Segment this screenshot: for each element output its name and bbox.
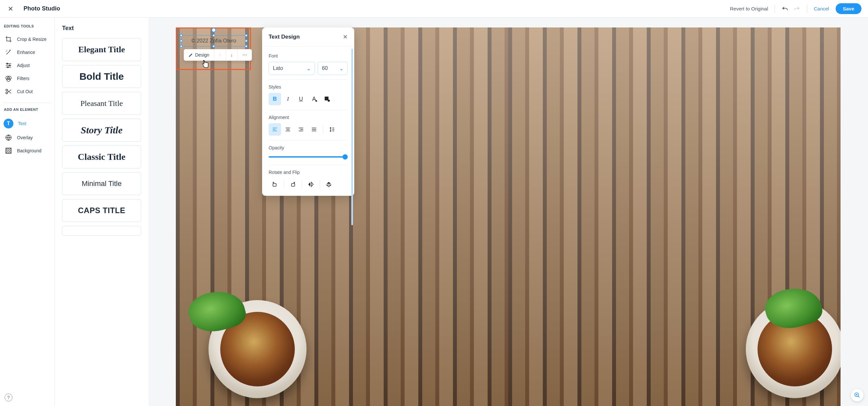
panel-close-icon[interactable]: ✕	[343, 33, 348, 40]
sidebar-item-label: Cut Out	[17, 89, 33, 94]
align-left-button[interactable]	[269, 123, 281, 136]
panel-body: Font Lato ⌄ 60 ⌄ Styles B I U	[262, 47, 354, 192]
scissors-icon	[5, 88, 12, 95]
canvas[interactable]: © 2022 Zofía Otero Design ↑ ↓ ⋯ Tex	[148, 18, 868, 406]
divider	[269, 165, 348, 165]
align-center-button[interactable]	[282, 123, 294, 136]
flip-vertical-button[interactable]	[322, 178, 335, 191]
slider-fill	[269, 156, 348, 158]
align-justify-button[interactable]	[308, 123, 320, 136]
resize-handle[interactable]	[180, 39, 183, 42]
sliders-icon	[5, 61, 12, 69]
svg-point-7	[6, 92, 8, 94]
resize-handle[interactable]	[245, 45, 248, 48]
italic-button[interactable]: I	[282, 93, 294, 105]
panel-title: Text Design	[269, 34, 300, 40]
resize-handle[interactable]	[212, 45, 215, 48]
top-bar: ✕ Photo Studio Revert to Original Cancel…	[0, 0, 868, 18]
resize-handle[interactable]	[212, 34, 215, 37]
resize-handle[interactable]	[180, 45, 183, 48]
separator	[323, 125, 323, 134]
font-row: Lato ⌄ 60 ⌄	[269, 62, 348, 75]
topbar-right: Revert to Original Cancel Save	[730, 3, 862, 14]
column-heading: Text	[62, 25, 141, 32]
resize-handle[interactable]	[180, 34, 183, 37]
sidebar-item-text[interactable]: T Text	[3, 116, 51, 131]
resize-handle[interactable]	[245, 34, 248, 37]
send-backward-button[interactable]: ↓	[226, 50, 238, 60]
rotate-flip-label: Rotate and Flip	[269, 170, 348, 175]
sidebar-item-label: Crop & Resize	[17, 37, 46, 42]
sidebar-item-label: Text	[18, 121, 27, 126]
line-spacing-icon	[329, 126, 335, 132]
zoom-in-icon	[854, 392, 861, 399]
separator	[775, 5, 775, 13]
text-color-button[interactable]	[308, 93, 320, 105]
preset-bold-title[interactable]: Bold Title	[62, 65, 141, 88]
rotate-handle[interactable]	[212, 28, 216, 32]
undo-icon[interactable]	[781, 5, 788, 12]
panel-header: Text Design ✕	[262, 27, 354, 47]
preset-pleasant-title[interactable]: Pleasant Title	[62, 92, 141, 115]
panel-scrollbar[interactable]	[351, 49, 353, 225]
separator	[302, 180, 302, 189]
alignment-row	[269, 123, 348, 136]
revert-button[interactable]: Revert to Original	[730, 6, 768, 11]
save-button[interactable]: Save	[836, 3, 862, 14]
svg-rect-13	[273, 184, 276, 186]
app-title: Photo Studio	[24, 5, 60, 12]
rotate-ccw-button[interactable]	[269, 178, 281, 191]
sidebar-item-crop[interactable]: Crop & Resize	[3, 33, 51, 46]
underline-button[interactable]: U	[295, 93, 307, 105]
sidebar-item-label: Adjust	[17, 63, 30, 68]
align-left-icon	[272, 126, 278, 132]
cancel-button[interactable]: Cancel	[814, 6, 829, 11]
separator	[320, 180, 320, 189]
crop-icon	[5, 35, 12, 43]
sidebar-item-background[interactable]: Background	[3, 144, 51, 157]
separator	[807, 5, 807, 13]
preset-caps-title[interactable]: CAPS TITLE	[62, 199, 141, 222]
sidebar-item-filters[interactable]: Filters	[3, 72, 51, 85]
sidebar-item-adjust[interactable]: Adjust	[3, 59, 51, 72]
photo-right	[508, 27, 841, 406]
text-icon: T	[4, 119, 13, 128]
line-spacing-button[interactable]	[326, 123, 338, 136]
font-label: Font	[269, 53, 348, 59]
resize-handle[interactable]	[245, 39, 248, 42]
font-family-select[interactable]: Lato ⌄	[269, 62, 315, 75]
preset-minimal-title[interactable]: Minimal Title	[62, 172, 141, 195]
opacity-label: Opacity	[269, 145, 348, 150]
sidebar-item-enhance[interactable]: Enhance	[3, 46, 51, 59]
preset-partial[interactable]	[62, 226, 141, 236]
redo-icon[interactable]	[793, 5, 800, 12]
bold-button[interactable]: B	[269, 93, 281, 105]
sidebar-item-cutout[interactable]: Cut Out	[3, 85, 51, 98]
opacity-slider[interactable]	[269, 154, 348, 160]
flip-horizontal-button[interactable]	[305, 178, 317, 191]
chevron-down-icon: ⌄	[307, 65, 311, 71]
slider-thumb[interactable]	[342, 154, 348, 159]
section-header-add: ADD AN ELEMENT	[4, 107, 51, 112]
help-icon[interactable]: ?	[5, 394, 12, 401]
preset-elegant-title[interactable]: Elegant Title	[62, 38, 141, 61]
zoom-in-button[interactable]	[851, 389, 863, 401]
preset-classic-title[interactable]: Classic Title	[62, 146, 141, 168]
bring-forward-button[interactable]: ↑	[214, 50, 226, 60]
sidebar-item-label: Overlay	[17, 135, 33, 140]
highlight-button[interactable]	[321, 93, 333, 105]
sidebar-item-label: Enhance	[17, 50, 35, 55]
chevron-down-icon: ⌄	[339, 65, 343, 71]
design-button[interactable]: Design	[184, 50, 214, 60]
font-size-select[interactable]: 60 ⌄	[318, 62, 348, 75]
preset-story-title[interactable]: Story Title	[62, 119, 141, 142]
close-icon[interactable]: ✕	[6, 5, 14, 13]
svg-point-6	[6, 89, 8, 91]
more-button[interactable]: ⋯	[238, 50, 252, 60]
text-element-selected[interactable]: © 2022 Zofía Otero	[181, 35, 246, 46]
sidebar-item-overlay[interactable]: Overlay	[3, 131, 51, 144]
styles-row: B I U	[269, 93, 348, 105]
divider	[269, 140, 348, 140]
rotate-cw-button[interactable]	[287, 178, 299, 191]
align-right-button[interactable]	[295, 123, 307, 136]
